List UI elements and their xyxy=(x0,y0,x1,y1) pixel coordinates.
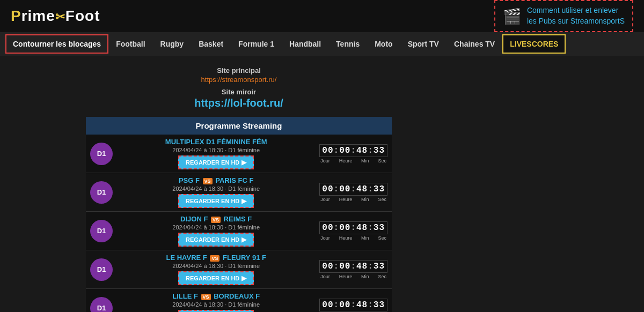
countdown-digits: 00:00:48:33 xyxy=(319,183,387,196)
match-title: PSG F VS PARIS FC F xyxy=(117,176,315,184)
match-info: PSG F VS PARIS FC F 2024/04/24 à 18:30 ·… xyxy=(117,176,315,208)
label-jour: Jour xyxy=(320,235,330,241)
watch-button[interactable]: REGARDER EN HD ▶ xyxy=(178,155,254,169)
countdown-labels: Jour Heure Min Sec xyxy=(319,158,387,164)
nav-item-chainestv[interactable]: Chaines TV xyxy=(447,34,502,54)
match-subtitle: 2024/04/24 à 18:30 · D1 féminine xyxy=(117,147,315,153)
match-title: MULTIPLEX D1 FÉMININE FÉM xyxy=(117,138,315,146)
ad-line2: les Pubs sur StreamonsportS xyxy=(527,17,625,25)
label-sec: Sec xyxy=(378,274,386,279)
match-info: MULTIPLEX D1 FÉMININE FÉM 2024/04/24 à 1… xyxy=(117,138,315,169)
table-row: D1 LILLE F VS BORDEAUX F 2024/04/24 à 18… xyxy=(86,289,392,312)
countdown-digits: 00:00:48:33 xyxy=(319,260,387,273)
table-row: D1 DIJON F VS REIMS F 2024/04/24 à 18:30… xyxy=(86,212,392,250)
label-jour: Jour xyxy=(320,197,330,202)
table-row: D1 MULTIPLEX D1 FÉMININE FÉM 2024/04/24 … xyxy=(86,135,392,173)
d1-badge: D1 xyxy=(90,297,113,313)
vs-badge: VS xyxy=(201,294,211,300)
sidebar-left xyxy=(0,61,80,312)
countdown-labels: Jour Heure Min Sec xyxy=(319,274,387,279)
center-panel: Site principal https://streamonsport.ru/… xyxy=(80,61,397,312)
main-content: Site principal https://streamonsport.ru/… xyxy=(0,56,644,312)
d1-badge: D1 xyxy=(90,220,113,242)
watch-button[interactable]: REGARDER EN HD ▶ xyxy=(178,271,254,285)
play-icon: ▶ xyxy=(241,159,246,166)
nav-item-livescores[interactable]: LIVESCORES xyxy=(502,34,566,54)
match-subtitle: 2024/04/24 à 18:30 · D1 féminine xyxy=(117,185,315,192)
label-min: Min xyxy=(361,235,369,241)
ad-banner[interactable]: 🎬 Comment utiliser et enlever les Pubs s… xyxy=(494,0,633,32)
countdown: 00:00:48:33 Jour Heure Min Sec xyxy=(319,260,387,279)
header: Prime✂Foot 🎬 Comment utiliser et enlever… xyxy=(0,0,644,32)
nav-item-rugby[interactable]: Rugby xyxy=(153,34,192,54)
nav-item-tennis[interactable]: Tennis xyxy=(328,34,367,54)
match-info: DIJON F VS REIMS F 2024/04/24 à 18:30 · … xyxy=(117,215,315,247)
sidebar-right xyxy=(397,61,504,312)
countdown-labels: Jour Heure Min Sec xyxy=(319,235,387,241)
nav-item-contourner[interactable]: Contourner les blocages xyxy=(5,34,108,54)
countdown-digits: 00:00:48:33 xyxy=(319,221,387,234)
match-info: LILLE F VS BORDEAUX F 2024/04/24 à 18:30… xyxy=(117,292,315,312)
label-heure: Heure xyxy=(339,158,353,164)
programme-header: Programme Streaming xyxy=(86,117,392,135)
d1-badge: D1 xyxy=(90,143,113,165)
vs-badge: VS xyxy=(210,255,219,262)
programme-table: Programme Streaming D1 MULTIPLEX D1 FÉMI… xyxy=(86,117,392,312)
label-jour: Jour xyxy=(320,158,330,164)
vs-badge: VS xyxy=(211,217,221,223)
label-heure: Heure xyxy=(339,274,353,279)
label-min: Min xyxy=(361,274,369,279)
label-sec: Sec xyxy=(378,197,386,202)
table-row: D1 PSG F VS PARIS FC F 2024/04/24 à 18:3… xyxy=(86,173,392,212)
play-icon: ▶ xyxy=(241,236,246,243)
site-miroir-label: Site miroir xyxy=(86,88,392,96)
match-info: LE HAVRE F VS FLEURY 91 F 2024/04/24 à 1… xyxy=(117,254,315,285)
countdown-digits: 00:00:48:33 xyxy=(319,299,387,311)
match-title: LILLE F VS BORDEAUX F xyxy=(117,292,315,300)
vs-badge: VS xyxy=(203,178,213,184)
label-sec: Sec xyxy=(378,235,386,241)
nav-item-handball[interactable]: Handball xyxy=(282,34,328,54)
countdown: 00:00:48:33 Jour Heure Min Sec xyxy=(319,221,387,241)
label-heure: Heure xyxy=(339,197,353,202)
match-title: DIJON F VS REIMS F xyxy=(117,215,315,223)
label-jour: Jour xyxy=(320,274,330,279)
table-row: D1 LE HAVRE F VS FLEURY 91 F 2024/04/24 … xyxy=(86,250,392,289)
site-principal-url[interactable]: https://streamonsport.ru/ xyxy=(86,76,392,84)
label-heure: Heure xyxy=(339,235,353,241)
countdown: 00:00:48:33 Jour Heure Min Sec xyxy=(319,144,387,164)
nav-item-formule1[interactable]: Formule 1 xyxy=(231,34,282,54)
navigation: Contourner les blocages Football Rugby B… xyxy=(0,32,644,56)
nav-item-football[interactable]: Football xyxy=(108,34,152,54)
logo-p: P xyxy=(11,8,21,24)
nav-item-moto[interactable]: Moto xyxy=(367,34,400,54)
ad-icon: 🎬 xyxy=(503,8,522,25)
ad-line1: Comment utiliser et enlever xyxy=(527,6,618,14)
watch-button[interactable]: REGARDER EN HD ▶ xyxy=(178,233,254,247)
countdown: 00:00:48:33 Jour Heure Min Sec xyxy=(319,299,387,313)
match-title: LE HAVRE F VS FLEURY 91 F xyxy=(117,254,315,262)
play-icon: ▶ xyxy=(241,197,246,205)
site-principal-label: Site principal xyxy=(86,66,392,75)
nav-item-basket[interactable]: Basket xyxy=(191,34,231,54)
match-subtitle: 2024/04/24 à 18:30 · D1 féminine xyxy=(117,224,315,231)
nav-item-sporttv[interactable]: Sport TV xyxy=(400,34,447,54)
label-sec: Sec xyxy=(378,158,386,164)
match-subtitle: 2024/04/24 à 18:30 · D1 féminine xyxy=(117,301,315,308)
label-min: Min xyxy=(361,158,369,164)
logo: Prime✂Foot xyxy=(11,8,100,25)
ad-text: Comment utiliser et enlever les Pubs sur… xyxy=(527,5,625,26)
d1-badge: D1 xyxy=(90,181,113,204)
countdown-digits: 00:00:48:33 xyxy=(319,144,387,157)
site-info: Site principal https://streamonsport.ru/… xyxy=(86,61,392,117)
site-miroir-url[interactable]: https://lol-foot.ru/ xyxy=(86,97,392,109)
logo-scissors: ✂ xyxy=(55,10,65,24)
d1-badge: D1 xyxy=(90,258,113,281)
countdown-labels: Jour Heure Min Sec xyxy=(319,197,387,202)
play-icon: ▶ xyxy=(241,274,246,282)
watch-button[interactable]: REGARDER EN HD ▶ xyxy=(178,310,254,312)
label-min: Min xyxy=(361,197,369,202)
countdown: 00:00:48:33 Jour Heure Min Sec xyxy=(319,183,387,202)
watch-button[interactable]: REGARDER EN HD ▶ xyxy=(178,194,254,208)
match-subtitle: 2024/04/24 à 18:30 · D1 féminine xyxy=(117,263,315,269)
